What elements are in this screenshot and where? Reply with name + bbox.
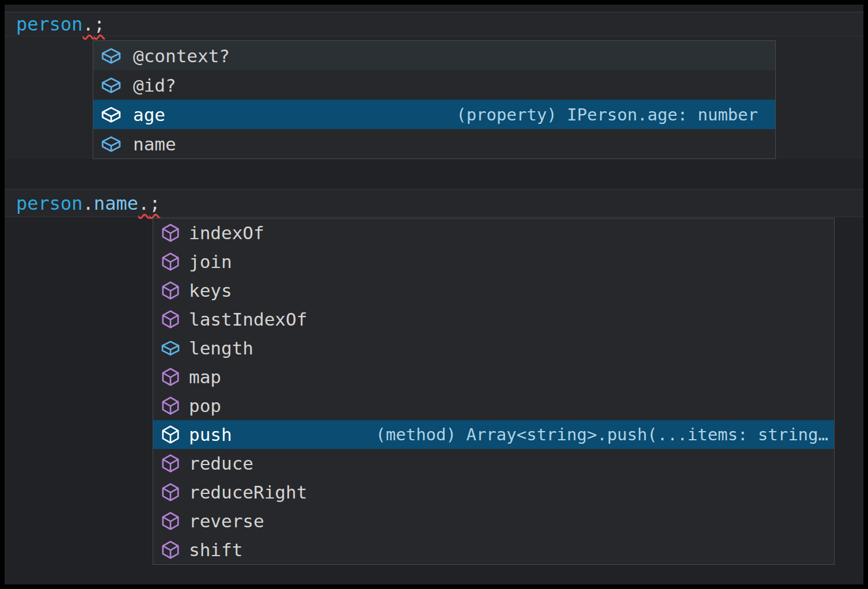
suggest-item-label: reduce [189,453,253,474]
symbol-field-icon [161,338,180,358]
suggest-item-label: age [133,104,165,125]
suggest-item-map[interactable]: map [153,363,834,391]
suggest-item-reduce[interactable]: reduce [153,449,834,478]
token-property: name [94,194,138,213]
editor-snippet-2: person.name.; indexOf join keys lastIn [5,159,863,584]
suggest-item-label: keys [189,280,232,301]
suggest-item-label: join [189,251,232,272]
suggest-item-label: length [189,338,253,358]
suggest-item-label: map [189,367,221,387]
suggest-item-detail: (method) Array<string>.push(...items: st… [376,425,829,444]
symbol-method-icon [161,540,180,560]
symbol-field-icon [101,75,122,96]
suggest-item-reverse[interactable]: reverse [153,507,834,535]
suggest-widget-1: @context? @id? age (property) IPerson.ag… [93,40,776,159]
token-semicolon-error: ; [94,15,105,33]
editor-snippet-1: person.; @context? @id? age (property) I… [5,5,863,159]
symbol-method-icon [161,367,180,387]
symbol-field-icon [101,134,122,154]
suggest-widget-2: indexOf join keys lastIndexOf length [153,218,835,565]
suggest-item-label: shift [189,539,242,560]
symbol-method-icon [161,309,180,329]
suggest-item-label: indexOf [189,222,264,243]
symbol-method-icon [161,511,180,531]
suggest-item-label: name [133,134,176,154]
suggest-item-shift[interactable]: shift [153,535,834,564]
suggest-item-name[interactable]: name [93,129,775,158]
suggest-item-detail: (property) IPerson.age: number [456,105,771,124]
symbol-method-icon [161,223,180,243]
suggest-item-label: push [189,424,232,445]
editor-content: person.; @context? @id? age (property) I… [5,5,863,584]
symbol-method-icon [161,454,180,473]
suggest-item-keys[interactable]: keys [153,276,834,305]
suggest-item-label: @id? [133,75,176,96]
symbol-method-icon [161,281,180,300]
symbol-method-icon [161,425,180,444]
suggest-item-label: reduceRight [189,482,307,503]
suggest-item-id[interactable]: @id? [93,70,775,100]
suggest-item-indexof[interactable]: indexOf [153,218,834,247]
suggest-item-length[interactable]: length [153,334,834,363]
editor-top-strip [5,5,863,12]
suggest-item-age-selected[interactable]: age (property) IPerson.age: number [93,100,775,129]
suggest-item-label: lastIndexOf [189,309,307,330]
token-variable: person [16,194,83,213]
code-line-2[interactable]: person.name.; [5,189,863,217]
suggest-item-reduceright[interactable]: reduceRight [153,478,834,507]
symbol-field-icon [101,104,122,125]
suggest-item-label: @context? [133,46,230,66]
token-variable: person [16,15,83,33]
suggest-item-lastindexof[interactable]: lastIndexOf [153,305,834,334]
symbol-method-icon [161,396,180,416]
editor-screenshot: person.; @context? @id? age (property) I… [0,0,868,589]
suggest-item-push-selected[interactable]: push (method) Array<string>.push(...item… [153,420,834,449]
token-semicolon-error: ; [149,194,160,213]
symbol-method-icon [161,482,180,502]
token-dot-error: . [138,194,149,213]
suggest-item-label: reverse [189,511,264,531]
suggest-item-label: pop [189,395,221,416]
token-dot-error: . [83,15,94,33]
suggest-item-pop[interactable]: pop [153,391,834,420]
suggest-item-join[interactable]: join [153,247,834,276]
symbol-method-icon [161,252,180,271]
suggest-item-context[interactable]: @context? [93,41,775,70]
token-dot: . [83,194,94,213]
code-line-1[interactable]: person.; [5,12,863,36]
symbol-field-icon [101,46,122,66]
